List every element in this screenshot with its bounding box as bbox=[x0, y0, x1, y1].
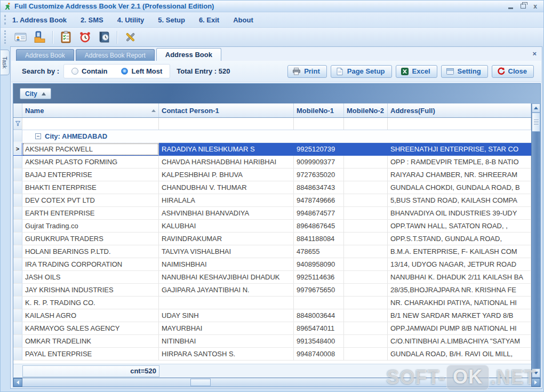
cell-address-full[interactable]: NANUBHAI K. DHADUK 2/11 KAILASH BA bbox=[388, 271, 531, 284]
cell-mobileno-2[interactable] bbox=[344, 181, 388, 194]
menu-exit[interactable]: 6. Exit bbox=[199, 16, 219, 24]
cell-address-full[interactable]: NR. CHARAKHDI PATIYA, NATIONAL HI bbox=[388, 297, 531, 309]
cell-mobileno-1[interactable]: 478655 bbox=[294, 245, 344, 258]
cell-name[interactable]: JASH OILS bbox=[22, 271, 159, 284]
task-side-tab[interactable]: Task bbox=[1, 50, 10, 75]
cell-name[interactable]: KAILASH AGRO bbox=[22, 309, 159, 322]
cell-mobileno-2[interactable] bbox=[344, 245, 388, 258]
menu-setup[interactable]: 5. Setup bbox=[158, 16, 185, 24]
close-button[interactable]: Close bbox=[492, 65, 534, 78]
filter-cell-address[interactable] bbox=[388, 118, 531, 130]
table-row[interactable]: K. R. P. TRADING CO. NR. CHARAKHDI PATIY… bbox=[13, 297, 531, 309]
table-row[interactable]: DEV COTEX PVT LTD HIRALALA 9478749666 5,… bbox=[13, 194, 531, 207]
cell-contact-person-1[interactable]: NAIMISHBHAI bbox=[159, 258, 294, 271]
column-header-name[interactable]: Name bbox=[22, 103, 159, 117]
maximize-icon[interactable] bbox=[521, 4, 526, 9]
excel-button[interactable]: Excel bbox=[396, 65, 437, 78]
group-header-row[interactable]: City: AHMEDABAD bbox=[13, 130, 531, 143]
cell-name[interactable]: OMKAR TRADELINK bbox=[22, 335, 159, 348]
cell-mobileno-1[interactable]: 9099909377 bbox=[294, 156, 344, 169]
cell-address-full[interactable]: SHREENATHJI ENTERPRISE, STAR CO bbox=[388, 143, 531, 156]
cell-mobileno-1[interactable]: 9979675650 bbox=[294, 284, 344, 297]
scroll-left-icon[interactable] bbox=[13, 378, 22, 387]
cell-address-full[interactable]: 13/14, UDYOG NAGAR, JETPUR ROAD bbox=[388, 258, 531, 271]
cell-contact-person-1[interactable]: UDAY SINH bbox=[159, 309, 294, 322]
cell-contact-person-1[interactable]: NANUBHAI KESHAVJIBHAI DHADUK bbox=[159, 271, 294, 284]
cell-address-full[interactable]: B.M.A. ENTERPRISE, F- KAILASH COM bbox=[388, 245, 531, 258]
cell-name[interactable]: Gujrat Trading.co bbox=[22, 220, 159, 233]
cell-mobileno-1[interactable] bbox=[294, 297, 344, 309]
cell-contact-person-1[interactable]: HIRALALA bbox=[159, 194, 294, 207]
cell-contact-person-1[interactable]: MAYURBHAI bbox=[159, 322, 294, 335]
cell-mobileno-2[interactable] bbox=[344, 335, 388, 348]
cell-address-full[interactable]: 5,BUS STAND ROAD, KAILASH COMPA bbox=[388, 194, 531, 207]
cell-mobileno-2[interactable] bbox=[344, 284, 388, 297]
menu-sms[interactable]: 2. SMS bbox=[81, 16, 103, 24]
cell-address-full[interactable]: RAIYARAJ CHAMBER, NR. SHREERAM bbox=[388, 169, 531, 181]
cell-name[interactable]: GURUKRUPA TRADERS bbox=[22, 233, 159, 245]
cell-contact-person-1[interactable]: RADADIYA NILESHKUMAR S bbox=[159, 143, 294, 156]
cell-mobileno-1[interactable]: 9408958090 bbox=[294, 258, 344, 271]
cell-mobileno-2[interactable] bbox=[344, 156, 388, 169]
cell-contact-person-1[interactable]: KALUBHAI bbox=[159, 220, 294, 233]
cell-name[interactable]: K. R. P. TRADING CO. bbox=[22, 297, 159, 309]
scroll-down-icon[interactable] bbox=[532, 369, 540, 378]
alarm-clock-icon[interactable] bbox=[77, 29, 93, 45]
table-row[interactable]: KARMAYOG SALES AGENCY MAYURBHAI 89654740… bbox=[13, 322, 531, 335]
cell-mobileno-2[interactable] bbox=[344, 258, 388, 271]
cell-address-full[interactable]: BHANVADIYA OIL INDUSTRIES 39-UDY bbox=[388, 207, 531, 220]
scroll-up-icon[interactable] bbox=[532, 103, 540, 113]
vertical-scrollbar[interactable] bbox=[531, 103, 540, 378]
cell-contact-person-1[interactable]: TALVIYA VISHALBHAI bbox=[159, 245, 294, 258]
cell-name[interactable]: BAJAJ ENTERPRISE bbox=[22, 169, 159, 181]
column-header-mobileno-1[interactable]: MobileNo-1 bbox=[294, 103, 344, 117]
table-row[interactable]: BHAKTI ENTERPRISE CHANDUBHAI V. THUMAR 8… bbox=[13, 181, 531, 194]
cell-mobileno-1[interactable]: 9948740008 bbox=[294, 348, 344, 361]
cell-contact-person-1[interactable]: GAJIPARA JAYANTIBHAI N. bbox=[159, 284, 294, 297]
cell-mobileno-1[interactable]: 8965474011 bbox=[294, 322, 344, 335]
cell-mobileno-1[interactable]: 9948674577 bbox=[294, 207, 344, 220]
filter-cell-mobile1[interactable] bbox=[294, 118, 344, 130]
column-header-mobileno-2[interactable]: MobileNo-2 bbox=[344, 103, 388, 117]
table-row[interactable]: JAY KRISHNA INDUSTRIES GAJIPARA JAYANTIB… bbox=[13, 284, 531, 297]
cell-address-full[interactable]: C/O.NITINBHAI A.LIMBACHIYA "SATYAM bbox=[388, 335, 531, 348]
cell-mobileno-2[interactable] bbox=[344, 233, 388, 245]
cell-mobileno-2[interactable] bbox=[344, 271, 388, 284]
radio-contain[interactable]: Contain bbox=[71, 67, 107, 75]
cell-name[interactable]: AKSHAR PLASTO FORMING bbox=[22, 156, 159, 169]
cell-mobileno-2[interactable] bbox=[344, 207, 388, 220]
cell-mobileno-1[interactable]: 8848003644 bbox=[294, 309, 344, 322]
group-by-city-chip[interactable]: City bbox=[20, 88, 51, 99]
table-row[interactable]: PAYAL ENTERPRISE HIRPARA SANTOSH S. 9948… bbox=[13, 348, 531, 361]
tab-address-book-active[interactable]: Address Book bbox=[156, 48, 221, 61]
table-row[interactable]: KAILASH AGRO UDAY SINH 8848003644 B/1 NE… bbox=[13, 309, 531, 322]
cell-contact-person-1[interactable]: KALPESHBHAI P. BHUVA bbox=[159, 169, 294, 181]
cell-mobileno-2[interactable] bbox=[344, 194, 388, 207]
close-icon[interactable]: x bbox=[533, 3, 537, 10]
cell-contact-person-1[interactable]: CHAVDA HARSHADBHAI HARIBHAI bbox=[159, 156, 294, 169]
table-row[interactable]: JASH OILS NANUBHAI KESHAVJIBHAI DHADUK 9… bbox=[13, 271, 531, 284]
cell-mobileno-2[interactable] bbox=[344, 348, 388, 361]
cell-name[interactable]: JAY KRISHNA INDUSTRIES bbox=[22, 284, 159, 297]
menu-utility[interactable]: 4. Utility bbox=[117, 16, 145, 24]
menu-address-book[interactable]: 1. Address Book bbox=[12, 16, 67, 24]
cell-address-full[interactable]: OPP.TAWN HALL, SATATON ROAD, , bbox=[388, 220, 531, 233]
table-row[interactable]: > AKSHAR PACKWELL RADADIYA NILESHKUMAR S… bbox=[13, 143, 531, 156]
table-row[interactable]: GURUKRUPA TRADERS RAVINDRAKUMAR 88411880… bbox=[13, 233, 531, 245]
cell-mobileno-2[interactable] bbox=[344, 309, 388, 322]
table-row[interactable]: OMKAR TRADELINK NITINBHAI 9913548400 C/O… bbox=[13, 335, 531, 348]
filter-cell-mobile2[interactable] bbox=[344, 118, 388, 130]
contact-card-icon[interactable] bbox=[12, 29, 28, 45]
filter-cell-contact[interactable] bbox=[159, 118, 294, 130]
export-contact-icon[interactable] bbox=[31, 29, 47, 45]
setting-button[interactable]: Setting bbox=[441, 65, 488, 78]
tab-address-book-report[interactable]: Address Book Report bbox=[76, 49, 155, 61]
horizontal-scroll-thumb[interactable] bbox=[190, 379, 211, 386]
cell-address-full[interactable]: OPP : RAMDEVPIR TEMPLE, 8-B NATIO bbox=[388, 156, 531, 169]
cell-mobileno-1[interactable]: 8841188084 bbox=[294, 233, 344, 245]
column-header-contact-person-1[interactable]: Contact Person-1 bbox=[159, 103, 294, 117]
cell-contact-person-1[interactable]: ASHVINBHAI BHANVADIYA bbox=[159, 207, 294, 220]
cell-address-full[interactable]: GUNDALA ROAD, B/H. RAVI OIL MILL, bbox=[388, 348, 531, 361]
cell-name[interactable]: EARTH ENTERPRISE bbox=[22, 207, 159, 220]
tab-address-book-1[interactable]: Address Book bbox=[16, 49, 74, 61]
